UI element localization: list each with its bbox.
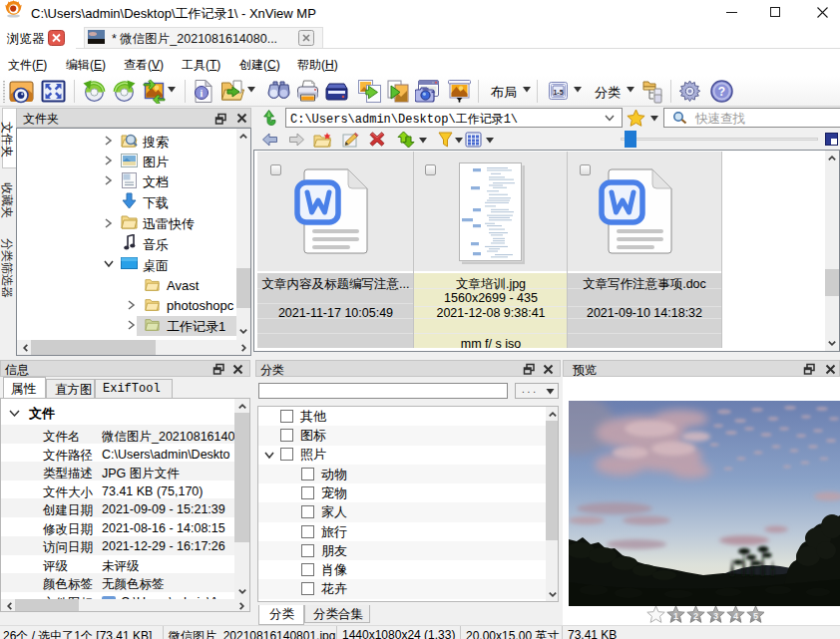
svg-text:2: 2 bbox=[693, 611, 698, 621]
svg-text:1-5: 1-5 bbox=[553, 89, 563, 96]
svg-text:5: 5 bbox=[753, 611, 758, 621]
svg-text:4: 4 bbox=[733, 611, 738, 621]
svg-text:?: ? bbox=[718, 85, 725, 99]
svg-text:3: 3 bbox=[713, 611, 718, 621]
svg-text:1: 1 bbox=[673, 611, 678, 621]
svg-text:i: i bbox=[201, 88, 204, 99]
